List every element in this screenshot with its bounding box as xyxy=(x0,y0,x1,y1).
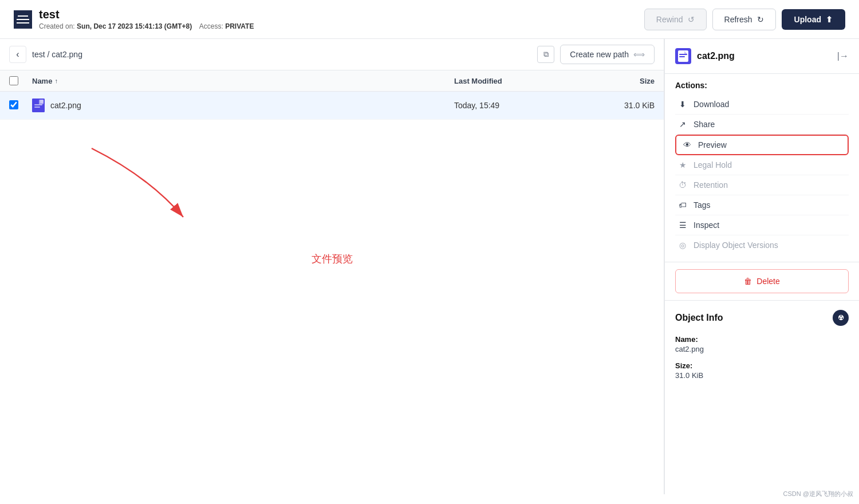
create-path-button[interactable]: Create new path ⟺ xyxy=(560,45,655,64)
file-size: 31.0 KiB xyxy=(569,101,655,110)
retention-label: Retention xyxy=(693,180,728,190)
size-column-header: Size xyxy=(569,76,655,85)
share-label: Share xyxy=(693,120,715,129)
file-modified: Today, 15:49 xyxy=(454,101,569,110)
right-panel: cat2.png |→ Actions: ⬇ Download ↗ Share … xyxy=(664,39,859,494)
legal-hold-icon: ★ xyxy=(677,160,688,170)
copy-icon: ⧉ xyxy=(543,50,549,59)
delete-icon: 🗑 xyxy=(744,277,752,286)
hazard-icon: ☢ xyxy=(833,310,849,326)
header-left: test Created on: Sun, Dec 17 2023 15:41:… xyxy=(14,8,254,30)
annotation-area: 文件预览 xyxy=(0,120,664,360)
info-name-label: Name: xyxy=(675,335,849,344)
main-content: ‹ test / cat2.png ⧉ Create new path ⟺ Na… xyxy=(0,39,859,494)
access-label: Access: xyxy=(199,22,223,30)
actions-section: Actions: ⬇ Download ↗ Share 👁 Preview ★ … xyxy=(665,74,859,262)
copy-path-button[interactable]: ⧉ xyxy=(537,46,554,63)
inspect-label: Inspect xyxy=(693,220,719,230)
upload-label: Upload xyxy=(794,15,821,24)
info-size-value: 31.0 KiB xyxy=(675,371,849,380)
path-bar: ‹ test / cat2.png ⧉ Create new path ⟺ xyxy=(0,39,664,70)
rewind-button[interactable]: Rewind ↺ xyxy=(644,9,707,30)
download-label: Download xyxy=(693,100,729,109)
bucket-name: test xyxy=(39,8,254,21)
file-icon-svg xyxy=(32,99,45,112)
preview-label: Preview xyxy=(698,140,727,149)
versions-icon: ◎ xyxy=(677,241,688,250)
panel-header: cat2.png |→ xyxy=(665,39,859,74)
action-retention: ⏱ Retention xyxy=(675,175,849,195)
refresh-label: Refresh xyxy=(724,15,752,24)
panel-icon-svg xyxy=(678,50,688,62)
refresh-icon: ↻ xyxy=(757,15,764,24)
object-info-section: Object Info ☢ Name: cat2.png Size: 31.0 … xyxy=(665,301,859,397)
external-link-icon: |→ xyxy=(837,51,849,61)
header: test Created on: Sun, Dec 17 2023 15:41:… xyxy=(0,0,859,39)
action-legal-hold: ★ Legal Hold xyxy=(675,155,849,175)
action-inspect[interactable]: ☰ Inspect xyxy=(675,215,849,235)
file-table: Name Last Modified Size xyxy=(0,70,664,494)
external-link-button[interactable]: |→ xyxy=(837,51,849,61)
inspect-icon: ☰ xyxy=(677,220,688,230)
modified-column-header: Last Modified xyxy=(454,76,569,85)
file-name: cat2.png xyxy=(50,101,81,110)
current-path: test / cat2.png xyxy=(32,50,531,59)
retention-icon: ⏱ xyxy=(677,180,688,190)
svg-rect-1 xyxy=(40,100,44,103)
info-name-value: cat2.png xyxy=(675,345,849,353)
header-actions: Rewind ↺ Refresh ↻ Upload ⬆ xyxy=(644,9,845,30)
object-info-header: Object Info ☢ xyxy=(675,310,849,326)
rewind-label: Rewind xyxy=(656,15,683,24)
annotation-label: 文件预览 xyxy=(312,252,353,292)
svg-rect-7 xyxy=(679,56,685,57)
file-browser: ‹ test / cat2.png ⧉ Create new path ⟺ Na… xyxy=(0,39,664,494)
info-name-field: Name: cat2.png xyxy=(675,335,849,353)
rewind-icon: ↺ xyxy=(688,15,695,24)
action-download[interactable]: ⬇ Download xyxy=(675,94,849,115)
info-size-label: Size: xyxy=(675,361,849,370)
name-column-header[interactable]: Name xyxy=(32,76,454,85)
actions-label: Actions: xyxy=(675,81,849,90)
download-icon: ⬇ xyxy=(677,100,688,109)
panel-file-icon xyxy=(675,48,691,64)
tags-icon: 🏷 xyxy=(677,200,688,210)
created-value: Sun, Dec 17 2023 15:41:13 (GMT+8) xyxy=(77,22,192,30)
create-path-icon: ⟺ xyxy=(633,50,645,59)
action-tags[interactable]: 🏷 Tags xyxy=(675,195,849,215)
select-all-checkbox[interactable] xyxy=(9,76,18,85)
delete-button[interactable]: 🗑 Delete xyxy=(675,269,849,293)
preview-icon: 👁 xyxy=(682,140,692,149)
refresh-button[interactable]: Refresh ↻ xyxy=(712,9,776,30)
bucket-meta: Created on: Sun, Dec 17 2023 15:41:13 (G… xyxy=(39,22,254,30)
upload-icon: ⬆ xyxy=(826,15,833,24)
row-checkbox[interactable] xyxy=(9,100,18,109)
versions-label: Display Object Versions xyxy=(693,241,778,250)
svg-rect-3 xyxy=(34,107,40,108)
info-size-field: Size: 31.0 KiB xyxy=(675,361,849,380)
back-button[interactable]: ‹ xyxy=(9,46,26,63)
file-name-cell: cat2.png xyxy=(32,99,454,112)
access-value: PRIVATE xyxy=(225,22,254,30)
panel-file-name: cat2.png xyxy=(697,51,735,61)
annotation-arrow xyxy=(57,131,218,257)
created-label: Created on: xyxy=(39,22,75,30)
action-preview[interactable]: 👁 Preview xyxy=(675,135,849,155)
table-row[interactable]: cat2.png Today, 15:49 31.0 KiB xyxy=(0,92,664,120)
legal-hold-label: Legal Hold xyxy=(693,160,732,170)
table-header: Name Last Modified Size xyxy=(0,70,664,92)
svg-rect-2 xyxy=(34,104,42,105)
create-path-label: Create new path xyxy=(570,50,629,59)
panel-title: cat2.png xyxy=(675,48,735,64)
row-checkbox-cell xyxy=(9,100,32,111)
action-share[interactable]: ↗ Share xyxy=(675,115,849,135)
bucket-icon xyxy=(14,10,32,29)
checkbox-header-cell xyxy=(9,76,32,85)
tags-label: Tags xyxy=(693,200,711,210)
bucket-info: test Created on: Sun, Dec 17 2023 15:41:… xyxy=(39,8,254,30)
upload-button[interactable]: Upload ⬆ xyxy=(782,9,845,30)
delete-label: Delete xyxy=(756,277,779,286)
action-display-versions: ◎ Display Object Versions xyxy=(675,235,849,255)
object-info-title: Object Info xyxy=(675,313,723,323)
delete-section: 🗑 Delete xyxy=(665,262,859,301)
share-icon: ↗ xyxy=(677,120,688,129)
